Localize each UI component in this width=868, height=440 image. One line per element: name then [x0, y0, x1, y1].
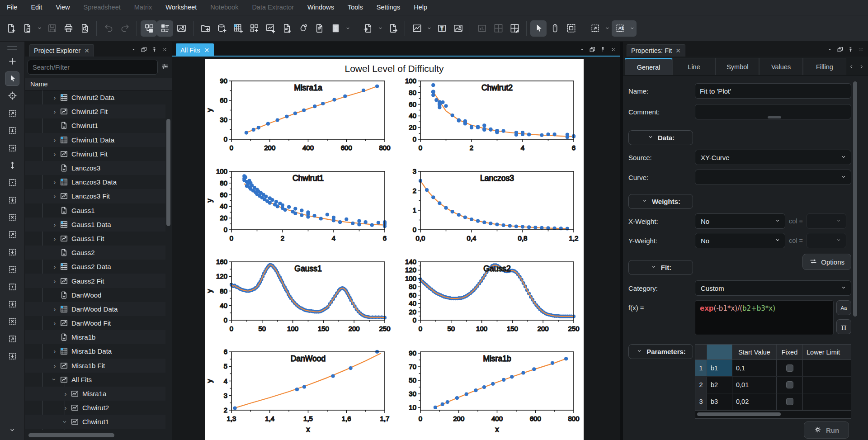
cell[interactable]: b1: [707, 360, 732, 376]
add-curve-button[interactable]: [409, 20, 425, 37]
plot-chwirut1[interactable]: 0246020406080100Chwirut1y: [205, 166, 394, 271]
run-button[interactable]: Run: [804, 421, 849, 439]
tree-item-lanczos3[interactable]: Lanczos3: [25, 161, 165, 175]
auto-scale-y-tool[interactable]: [5, 210, 19, 225]
fixed-checkbox[interactable]: [786, 364, 793, 372]
new-folder-button[interactable]: [197, 20, 213, 37]
x-weight-select[interactable]: No: [695, 213, 785, 229]
menu-help[interactable]: Help: [407, 0, 434, 15]
scroll-more-tools-button[interactable]: [5, 423, 19, 437]
dock-menu-icon[interactable]: [129, 45, 138, 54]
parameter-row-b1[interactable]: 1b10,1: [695, 360, 851, 377]
expander-icon[interactable]: ›: [51, 362, 58, 369]
expander-icon[interactable]: ›: [62, 404, 69, 412]
tree-item-lanczos3-fit[interactable]: ›Lanczos3 Fit: [25, 189, 165, 203]
cell[interactable]: b2: [707, 377, 732, 393]
tree-item-danwood[interactable]: DanWood: [25, 288, 165, 302]
print-button[interactable]: [60, 20, 76, 37]
expander-icon[interactable]: ›: [51, 179, 58, 186]
plot-chwirut2[interactable]: 0246020406080100Chwirut2: [394, 76, 583, 180]
auto-scale-x-tool[interactable]: [5, 193, 19, 207]
plot-danwood[interactable]: 1,31,41,51,61,723456DanWoodyx: [205, 346, 394, 440]
tabs-scroll-left-button[interactable]: [846, 58, 856, 75]
menu-view[interactable]: View: [49, 0, 76, 15]
toolbar-drag-handle[interactable]: [7, 46, 17, 47]
tree-column-header[interactable]: Name: [25, 78, 172, 90]
tree-item-gauss1[interactable]: Gauss1: [25, 203, 165, 218]
tree-item-gauss2[interactable]: Gauss2: [25, 246, 165, 260]
tree-horizontal-scrollbar[interactable]: [28, 433, 114, 437]
zoom-x-select-tool[interactable]: [5, 123, 19, 138]
dock-menu-icon[interactable]: [825, 45, 834, 54]
close-icon[interactable]: [609, 45, 618, 54]
close-icon[interactable]: [856, 45, 865, 54]
expander-icon[interactable]: ›: [62, 390, 69, 397]
tree-item-lanczos3-data[interactable]: ›Lanczos3 Data: [25, 175, 165, 189]
tree-vertical-scrollbar[interactable]: [166, 119, 170, 226]
formula-editor[interactable]: exp(-b1*x)/(b2+b3*x): [695, 300, 834, 335]
toolbar-drag-handle[interactable]: [7, 49, 17, 50]
tree-item-chwirut2-data[interactable]: ›Chwirut2 Data: [25, 90, 165, 104]
tree-item-chwirut1-fit[interactable]: ›Chwirut1 Fit: [25, 147, 165, 161]
tab-line[interactable]: Line: [672, 58, 716, 75]
pin-icon[interactable]: [846, 45, 855, 54]
parameters-section-toggle[interactable]: Parameters:: [628, 344, 693, 359]
menu-worksheet[interactable]: Worksheet: [159, 0, 203, 15]
new-live-data-button[interactable]: Σ: [327, 20, 344, 37]
tree-item-chwirut2-fit[interactable]: ›Chwirut2 Fit: [25, 104, 165, 118]
worksheet-canvas[interactable]: Lowel Level of Difficulty 02004006008000…: [205, 59, 584, 440]
tabs-scroll-right-button[interactable]: [856, 58, 866, 75]
menu-windows[interactable]: Windows: [301, 0, 341, 15]
zoom-out-tool[interactable]: [5, 245, 19, 259]
zoom-in-tool[interactable]: [5, 227, 19, 242]
column-header[interactable]: Lower Limit: [803, 345, 851, 360]
tree-item-misra1b[interactable]: Misra1b: [25, 330, 165, 344]
fixed-checkbox[interactable]: [786, 381, 793, 388]
expander-icon[interactable]: ›: [51, 305, 58, 312]
y-weight-select[interactable]: No: [695, 233, 785, 248]
expander-icon[interactable]: ›: [51, 376, 58, 383]
table-horizontal-scrollbar[interactable]: [697, 412, 781, 416]
cell[interactable]: [803, 393, 851, 410]
expander-icon[interactable]: ›: [51, 193, 58, 200]
add-object-tool[interactable]: [5, 54, 19, 68]
font-button[interactable]: Aa: [836, 300, 851, 315]
fixed-cell[interactable]: [777, 377, 803, 393]
new-object-dropdown[interactable]: [344, 20, 352, 37]
zoom-select-tool[interactable]: [5, 106, 19, 120]
pin-icon[interactable]: [598, 45, 607, 54]
tab-filling[interactable]: Filling: [803, 58, 846, 75]
parameter-row-b3[interactable]: 3b30,02: [695, 393, 851, 410]
auto-scale-tool[interactable]: [5, 175, 19, 190]
shift-left-x-tool[interactable]: [5, 331, 19, 346]
zoom-original-button[interactable]: 1: [612, 20, 628, 37]
zoom-out-y-tool[interactable]: [5, 314, 19, 329]
new-worksheet-button[interactable]: [262, 20, 278, 37]
plot-gauss2[interactable]: 050100150200250020406080100120140Gauss2: [394, 256, 583, 361]
import-dropdown[interactable]: [376, 20, 385, 37]
cell[interactable]: 1: [695, 360, 707, 376]
new-notebook-button[interactable]: [311, 20, 327, 37]
tree-item-chwirut2[interactable]: ›Chwirut2: [25, 401, 165, 415]
cell[interactable]: 0,02: [732, 393, 777, 410]
expander-icon[interactable]: ›: [51, 320, 58, 327]
cell[interactable]: 2: [695, 377, 707, 393]
search-input[interactable]: [28, 60, 158, 75]
tree-item-misra1b-fit[interactable]: ›Misra1b Fit: [25, 359, 165, 373]
cell[interactable]: 0,1: [732, 360, 777, 376]
open-project-button[interactable]: [19, 20, 35, 37]
worksheet-tab-all-fits[interactable]: All Fits ✕: [176, 43, 214, 57]
navigate-mode-button[interactable]: [547, 20, 563, 37]
cell[interactable]: [803, 360, 851, 376]
filter-options-icon[interactable]: [161, 62, 169, 72]
edit-layout-button[interactable]: [506, 20, 523, 37]
dock-menu-icon[interactable]: [577, 45, 586, 54]
new-note-button[interactable]: [278, 20, 295, 37]
auto-fit-button[interactable]: [587, 20, 603, 37]
fit-options-button[interactable]: Options: [802, 254, 851, 270]
zoom-out-x-tool[interactable]: [5, 279, 19, 294]
curve-select[interactable]: [695, 170, 851, 185]
zoom-select-mode-button[interactable]: [563, 20, 579, 37]
column-header[interactable]: [695, 345, 707, 360]
menu-file[interactable]: File: [0, 0, 24, 15]
